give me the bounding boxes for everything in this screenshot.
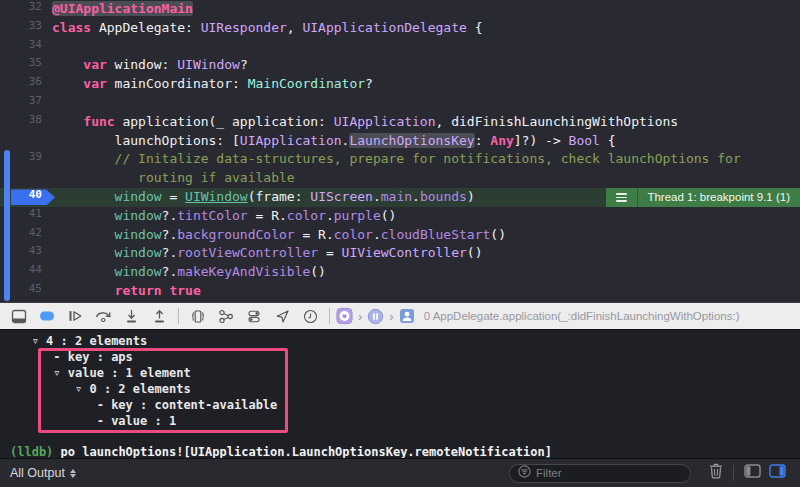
- console-bottom-bar: All Output: [0, 458, 800, 487]
- badge-label: Thread 1: breakpoint 9.1 (1): [638, 188, 800, 207]
- view-hierarchy-button[interactable]: [185, 305, 211, 327]
- thread-breakpoint-badge[interactable]: Thread 1: breakpoint 9.1 (1): [606, 188, 800, 207]
- code-text: // Initalize data-structures, prepare fo…: [52, 150, 741, 169]
- step-out-button[interactable]: [146, 305, 172, 327]
- line-number-gutter[interactable]: 34: [0, 38, 52, 57]
- toolbar-divider: [178, 308, 179, 324]
- code-line: 39 // Initalize data-structures, prepare…: [0, 150, 800, 169]
- code-line: routing if available: [0, 169, 800, 188]
- memory-graph-icon: [218, 309, 234, 324]
- code-text: window?.backgroundColor = R.color.cloudB…: [52, 226, 506, 245]
- code-line: 36 var mainCoordinator: MainCoordinator?: [0, 75, 800, 94]
- line-number: 38: [29, 113, 42, 126]
- trash-icon: [709, 463, 723, 483]
- hide-debug-area-icon: [11, 309, 27, 324]
- code-text: window = UIWindow(frame: UIScreen.main.b…: [52, 188, 475, 207]
- filter-input[interactable]: [536, 467, 690, 479]
- code-text: class AppDelegate: UIResponder, UIApplic…: [52, 19, 483, 38]
- step-over-button[interactable]: [90, 305, 116, 327]
- clear-console-button[interactable]: [709, 463, 723, 483]
- line-number: 39: [29, 150, 42, 163]
- lldb-prompt: (lldb): [10, 445, 61, 459]
- step-over-icon: [95, 309, 112, 323]
- code-line: 42 window?.backgroundColor = R.color.clo…: [0, 226, 800, 245]
- code-text: }: [52, 301, 91, 302]
- breakpoints-toggle-button[interactable]: [34, 305, 60, 327]
- line-number: 37: [29, 94, 42, 107]
- code-editor[interactable]: 32@UIApplicationMain33class AppDelegate:…: [0, 0, 800, 302]
- output-scope-selector[interactable]: All Output: [10, 466, 76, 480]
- code-line: 44 window?.makeKeyAndVisible(): [0, 263, 800, 282]
- step-into-icon: [124, 309, 139, 324]
- line-number: 43: [29, 244, 42, 257]
- line-number: 46: [29, 301, 42, 302]
- environment-overrides-button[interactable]: [241, 305, 267, 327]
- debug-console[interactable]: ▿ 4 : 2 elements - key : aps ▿ value : 1…: [0, 330, 800, 458]
- breakpoints-toggle-icon: [39, 310, 56, 322]
- continue-icon: [68, 309, 83, 323]
- code-text: var mainCoordinator: MainCoordinator?: [52, 75, 373, 94]
- hide-debug-area-button[interactable]: [6, 305, 32, 327]
- code-line: 35 var window: UIWindow?: [0, 56, 800, 75]
- line-number: 36: [29, 75, 42, 88]
- line-number-gutter[interactable]: [0, 132, 52, 151]
- continue-button[interactable]: [62, 305, 88, 327]
- debug-toolbar: ››0 AppDelegate.application(_:didFinishL…: [0, 302, 800, 330]
- code-line: 45 return true: [0, 282, 800, 301]
- line-number-gutter[interactable]: 38: [0, 113, 52, 132]
- lldb-command-line[interactable]: (lldb) po launchOptions![UIApplication.L…: [0, 445, 800, 459]
- step-out-icon: [152, 309, 167, 324]
- code-line: 32@UIApplicationMain: [0, 0, 800, 19]
- stack-frame-badge-icon[interactable]: [399, 308, 416, 325]
- memory-graph-button[interactable]: [213, 305, 239, 327]
- panel-left-icon: [744, 464, 761, 482]
- step-into-button[interactable]: [118, 305, 144, 327]
- line-number: 34: [29, 38, 42, 51]
- console-filter-field[interactable]: [509, 464, 691, 483]
- toggle-variables-view-button[interactable]: [744, 464, 761, 482]
- annotation-highlight-box: [38, 348, 288, 433]
- code-line: launchOptions: [UIApplication.LaunchOpti…: [0, 132, 800, 151]
- code-line: 41 window?.tintColor = R.color.purple(): [0, 207, 800, 226]
- view-hierarchy-icon: [190, 309, 206, 324]
- line-number: 41: [29, 207, 42, 220]
- toggle-console-view-button[interactable]: [769, 464, 786, 482]
- line-number-gutter[interactable]: 36: [0, 75, 52, 94]
- line-number: 32: [29, 0, 42, 13]
- breadcrumb-chevron-icon: ›: [386, 309, 396, 324]
- timeline-button[interactable]: [297, 305, 323, 327]
- breadcrumb-chevron-icon: ›: [355, 309, 365, 324]
- line-number: 42: [29, 226, 42, 239]
- code-text: window?.rootViewController = UIViewContr…: [52, 244, 483, 263]
- app-badge-icon[interactable]: [336, 308, 353, 325]
- line-number-gutter[interactable]: 32: [0, 0, 52, 19]
- code-line: 38 func application(_ application: UIApp…: [0, 113, 800, 132]
- execution-scope-bar: [4, 150, 10, 301]
- line-number: 35: [29, 56, 42, 69]
- panel-right-icon: [769, 464, 786, 482]
- pause-badge-icon[interactable]: [367, 308, 384, 325]
- code-text: window?.makeKeyAndVisible(): [52, 263, 326, 282]
- line-number-gutter[interactable]: 33: [0, 19, 52, 38]
- code-line: 34: [0, 38, 800, 57]
- code-text: return true: [52, 282, 201, 301]
- simulate-location-button[interactable]: [269, 305, 295, 327]
- code-text: func application(_ application: UIApplic…: [52, 113, 678, 132]
- filter-icon: [518, 464, 531, 482]
- line-number: 40: [29, 188, 42, 201]
- stack-frame-breadcrumb[interactable]: 0 AppDelegate.application(_:didFinishLau…: [424, 310, 740, 322]
- line-number: 33: [29, 19, 42, 32]
- output-scope-label: All Output: [10, 466, 65, 480]
- code-line: 33class AppDelegate: UIResponder, UIAppl…: [0, 19, 800, 38]
- selector-updown-icon: [70, 469, 76, 478]
- code-text: var window: UIWindow?: [52, 56, 248, 75]
- code-line: 40 window = UIWindow(frame: UIScreen.mai…: [0, 188, 800, 207]
- toolbar-divider: [329, 308, 330, 324]
- code-text: launchOptions: [UIApplication.LaunchOpti…: [52, 132, 616, 151]
- line-number-gutter[interactable]: 37: [0, 94, 52, 113]
- line-number-gutter[interactable]: 35: [0, 56, 52, 75]
- code-text: window?.tintColor = R.color.purple(): [52, 207, 396, 226]
- simulate-location-icon: [275, 309, 290, 324]
- code-line: 37: [0, 94, 800, 113]
- code-text: routing if available: [52, 169, 295, 188]
